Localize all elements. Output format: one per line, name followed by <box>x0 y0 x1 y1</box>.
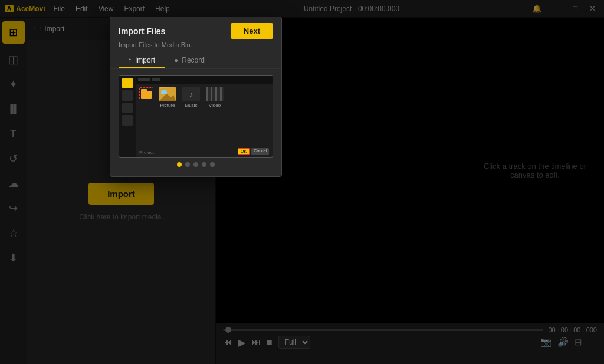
screenshot-button[interactable]: 📷 <box>540 337 552 347</box>
import-tab-icon: ↑ <box>128 56 132 64</box>
dialog-next-button[interactable]: Next <box>231 23 273 39</box>
mini-picture-icon <box>159 87 176 101</box>
sidebar: ⊞ ◫ ✦ ▐▌ T ↺ ☁ ↪ ☆ <box>0 18 27 364</box>
dialog-dots <box>119 158 273 169</box>
app-wrapper: A AceMovi File Edit View Export Help Unt… <box>0 0 604 364</box>
import-big-button[interactable]: Import <box>88 183 154 205</box>
mini-screen: Picture ♪ Music <box>119 75 273 158</box>
dot-2 <box>185 162 190 167</box>
motion-icon: ↪ <box>9 202 18 215</box>
control-buttons: ⏮ ▶ ⏭ ■ Full 1/2 1/4 📷 🔊 ⊟ ⛶ <box>223 336 597 349</box>
mini-dashed-folder <box>139 87 153 100</box>
dialog-tab-record[interactable]: ● Record <box>165 53 214 68</box>
crop-button[interactable]: ⊟ <box>575 337 582 347</box>
mini-icon-picture: Picture <box>157 87 178 108</box>
logo-icon: A <box>5 5 14 12</box>
cloud-icon: ☁ <box>8 177 19 190</box>
quality-select[interactable]: Full 1/2 1/4 <box>278 336 310 349</box>
mini-video-strip <box>206 87 224 101</box>
window-title: Untitled Project - 00:00:00.000 <box>304 5 399 13</box>
mini-folder <box>141 89 152 99</box>
notification-icon[interactable]: 🔔 <box>528 3 545 14</box>
sidebar-item-effects[interactable]: ✦ <box>2 73 25 96</box>
menu-view[interactable]: View <box>94 4 119 14</box>
ctrl-icons: 📷 🔊 ⊟ ⛶ <box>540 337 597 347</box>
mini-music-icon: ♪ <box>182 87 200 101</box>
menu-help[interactable]: Help <box>150 4 175 14</box>
sidebar-item-templates[interactable]: ◫ <box>2 48 25 71</box>
fullscreen-button[interactable]: ⛶ <box>588 337 597 347</box>
mini-project-text: Project <box>139 150 154 155</box>
mini-picture-label: Picture <box>160 103 175 108</box>
titlebar-right: 🔔 — □ ✕ <box>528 3 599 14</box>
mini-icon-music: ♪ Music <box>180 87 202 108</box>
sidebar-item-text[interactable]: T <box>2 123 25 145</box>
sidebar-item-audio[interactable]: ▐▌ <box>2 98 25 120</box>
mini-bottom-row: Project OK Cancel <box>136 146 273 157</box>
record-tab-icon: ● <box>174 56 178 64</box>
mini-content: Picture ♪ Music <box>136 84 273 146</box>
upload-icon: ↑ <box>33 25 37 33</box>
text-icon: T <box>11 129 17 139</box>
dialog-tabs: ↑ Import ● Record <box>110 53 281 69</box>
music-note-icon: ♪ <box>189 90 193 99</box>
sidebar-item-download[interactable]: ⬇ <box>2 247 25 269</box>
mini-sb-item-4 <box>122 115 133 126</box>
close-button[interactable]: ✕ <box>586 3 599 14</box>
titlebar-left: A AceMovi File Edit View Export Help <box>5 4 175 14</box>
rewind-button[interactable]: ⏮ <box>223 337 232 347</box>
mini-icons-grid: Picture ♪ Music <box>157 87 225 108</box>
sidebar-item-motion[interactable]: ↪ <box>2 197 25 219</box>
import-tab-label: Import <box>135 56 155 64</box>
mini-tb-dot-2 <box>152 78 160 81</box>
logo-text: AceMovi <box>16 5 45 13</box>
dialog-header: Import Files Next <box>110 17 281 41</box>
step-forward-button[interactable]: ⏭ <box>251 337 261 347</box>
mini-video-icon <box>206 87 224 101</box>
mini-ok-button: OK <box>238 148 250 155</box>
mini-sb-item-3 <box>122 103 133 113</box>
titlebar: A AceMovi File Edit View Export Help Unt… <box>0 0 604 18</box>
menu-file[interactable]: File <box>49 4 70 14</box>
mini-main: Picture ♪ Music <box>136 76 273 157</box>
sidebar-item-transitions[interactable]: ↺ <box>2 147 25 170</box>
dot-4 <box>202 162 206 167</box>
import-toolbar-button[interactable]: ↑ ↑ Import <box>33 25 64 33</box>
effects-icon: ✦ <box>9 78 18 91</box>
dialog-subtitle: Import Files to Media Bin. <box>110 41 281 53</box>
record-tab-label: Record <box>182 56 205 64</box>
preview-controls: 00 : 00 : 00 . 000 ⏮ ▶ ⏭ ■ Full 1/2 1/4 … <box>216 323 604 364</box>
transitions-icon: ↺ <box>9 152 18 165</box>
mini-cancel-button: Cancel <box>251 148 269 155</box>
stop-button[interactable]: ■ <box>267 337 273 347</box>
templates-icon: ◫ <box>8 53 18 66</box>
preview-hint: Click a track on the timeline orcanvas t… <box>484 162 586 179</box>
mini-sb-item-2 <box>122 90 133 101</box>
mini-sidebar <box>119 76 136 157</box>
play-button[interactable]: ▶ <box>238 337 245 348</box>
dialog-tab-import[interactable]: ↑ Import <box>119 53 165 68</box>
menu-export[interactable]: Export <box>119 4 149 14</box>
mini-video-label: Video <box>209 103 221 108</box>
titlebar-menus: File Edit View Export Help <box>49 4 175 14</box>
menu-edit[interactable]: Edit <box>71 4 93 14</box>
maximize-button[interactable]: □ <box>569 3 581 14</box>
dialog-body: Picture ♪ Music <box>110 69 281 176</box>
mini-toolbar <box>136 76 273 84</box>
scrubber[interactable] <box>223 329 543 331</box>
media-icon: ⊞ <box>9 26 18 39</box>
main-layout: ⊞ ◫ ✦ ▐▌ T ↺ ☁ ↪ ☆ <box>0 18 604 364</box>
import-dialog[interactable]: Import Files Next Import Files to Media … <box>110 17 282 177</box>
scrubber-thumb <box>225 327 231 333</box>
stickers-icon: ☆ <box>9 227 18 240</box>
mini-icon-video: Video <box>204 87 225 108</box>
sidebar-item-media[interactable]: ⊞ <box>2 21 25 44</box>
sidebar-item-stickers[interactable]: ☆ <box>2 222 25 244</box>
mini-sb-media <box>122 78 133 88</box>
audio-icon: ▐▌ <box>8 104 19 114</box>
minimize-button[interactable]: — <box>550 3 564 14</box>
dot-3 <box>193 162 198 167</box>
volume-button[interactable]: 🔊 <box>557 337 569 347</box>
mini-folder-body <box>141 91 152 99</box>
sidebar-item-cloud[interactable]: ☁ <box>2 172 25 195</box>
